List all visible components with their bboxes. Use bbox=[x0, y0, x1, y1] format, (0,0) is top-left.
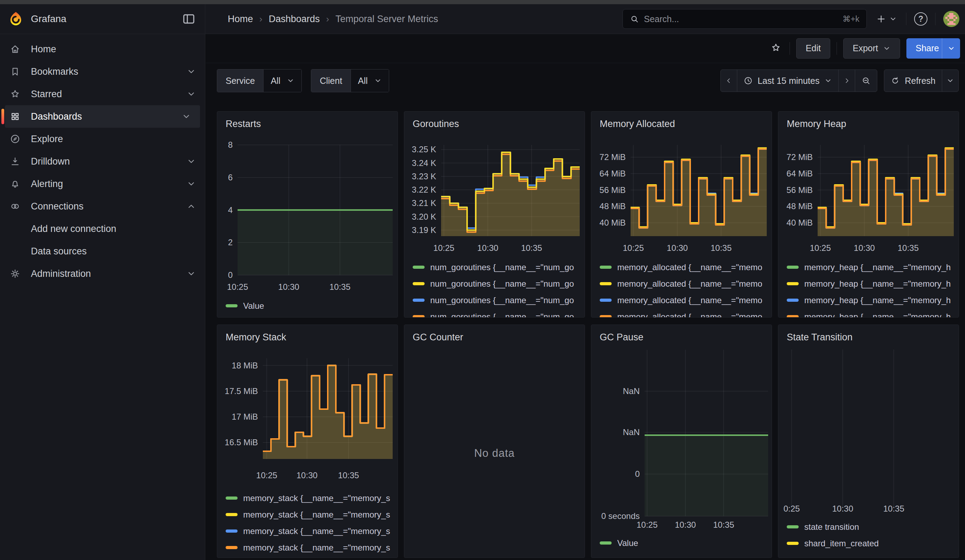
window-chrome-strip bbox=[0, 0, 965, 4]
legend: memory_allocated {__name__="memomemory_a… bbox=[600, 259, 769, 318]
legend-item[interactable]: memory_stack {__name__="memory_s bbox=[226, 490, 395, 506]
sidebar-nav: HomeBookmarksStarredDashboardsExploreDri… bbox=[0, 34, 205, 560]
svg-text:10:35: 10:35 bbox=[713, 520, 734, 529]
sidebar-toggle-icon[interactable] bbox=[182, 12, 196, 26]
legend-item[interactable]: num_goroutines {__name__="num_go bbox=[413, 259, 582, 276]
sidebar-item-home[interactable]: Home bbox=[0, 38, 205, 60]
legend-item[interactable]: num_goroutines {__name__="num_go bbox=[413, 309, 582, 318]
svg-text:72 MiB: 72 MiB bbox=[599, 152, 626, 162]
client-variable-value[interactable]: All bbox=[350, 70, 389, 92]
chevron-down-icon bbox=[883, 44, 891, 52]
panel-goroutines[interactable]: 3.25 K3.24 K3.23 K3.22 K3.21 K3.20 K3.19… bbox=[404, 111, 585, 318]
sidebar-item-label: Starred bbox=[31, 89, 187, 100]
time-shift-back-button[interactable] bbox=[720, 70, 737, 92]
sidebar-item-bookmarks[interactable]: Bookmarks bbox=[0, 60, 205, 83]
sidebar-item-label: Dashboards bbox=[31, 111, 182, 122]
legend: Value bbox=[600, 535, 769, 551]
legend-label: shard_item_created bbox=[804, 539, 879, 549]
client-variable-label: Client bbox=[311, 70, 350, 92]
legend-item[interactable]: memory_heap {__name__="memory_h bbox=[787, 259, 956, 276]
legend-item[interactable]: num_goroutines {__name__="num_go bbox=[413, 276, 582, 292]
panel-gc-counter[interactable]: GC Counter No data bbox=[404, 325, 585, 558]
sidebar-item-alerting[interactable]: Alerting bbox=[0, 173, 205, 195]
svg-text:0: 0 bbox=[228, 270, 233, 280]
legend-item[interactable]: memory_stack {__name__="memory_s bbox=[226, 506, 395, 523]
search-input[interactable]: Search... ⌘+k bbox=[623, 9, 867, 29]
panel-memory-heap[interactable]: 72 MiB64 MiB56 MiB48 MiB40 MiB10:2510:30… bbox=[778, 111, 959, 318]
svg-text:0 seconds: 0 seconds bbox=[602, 511, 640, 521]
time-picker-group: Last 15 minutes bbox=[721, 70, 878, 92]
refresh-interval-button[interactable] bbox=[942, 70, 959, 92]
sidebar-item-connections[interactable]: Connections bbox=[0, 195, 205, 217]
legend: memory_heap {__name__="memory_hmemory_he… bbox=[787, 259, 956, 318]
bell-icon bbox=[10, 179, 20, 189]
gear-icon bbox=[10, 268, 20, 279]
legend-label: memory_heap {__name__="memory_h bbox=[804, 263, 950, 272]
breadcrumb: Home › Dashboards › Temporal Server Metr… bbox=[205, 4, 623, 34]
svg-text:40 MiB: 40 MiB bbox=[599, 218, 626, 227]
export-button[interactable]: Export bbox=[843, 38, 900, 59]
share-dropdown-button[interactable] bbox=[942, 38, 960, 59]
panel-memory-stack[interactable]: 18 MiB17.5 MiB17 MiB16.5 MiB10:2510:3010… bbox=[217, 325, 398, 558]
legend-item[interactable]: memory_allocated {__name__="memo bbox=[600, 259, 769, 276]
service-variable[interactable]: Service All bbox=[217, 69, 302, 92]
client-variable[interactable]: Client All bbox=[311, 69, 389, 92]
grafana-logo-icon[interactable] bbox=[8, 11, 24, 27]
breadcrumb-dashboards[interactable]: Dashboards bbox=[269, 14, 320, 24]
sidebar-item-add-new-connection[interactable]: Add new connection bbox=[0, 217, 205, 240]
legend-item[interactable]: memory_heap {__name__="memory_h bbox=[787, 276, 956, 292]
svg-text:72 MiB: 72 MiB bbox=[787, 152, 813, 162]
sidebar-item-starred[interactable]: Starred bbox=[0, 83, 205, 105]
svg-text:3.22 K: 3.22 K bbox=[412, 185, 436, 194]
legend-swatch bbox=[226, 304, 237, 307]
zoom-out-button[interactable] bbox=[855, 70, 877, 92]
legend-item[interactable]: memory_allocated {__name__="memo bbox=[600, 276, 769, 292]
svg-text:2: 2 bbox=[228, 238, 233, 247]
time-shift-forward-button[interactable] bbox=[838, 70, 855, 92]
breadcrumb-home[interactable]: Home bbox=[228, 14, 253, 24]
refresh-button[interactable]: Refresh bbox=[884, 70, 942, 92]
sidebar-item-label: Drilldown bbox=[31, 156, 187, 167]
legend-item[interactable]: memory_allocated {__name__="memo bbox=[600, 309, 769, 318]
legend-item[interactable]: Value bbox=[226, 297, 395, 314]
divider bbox=[935, 13, 936, 25]
legend-item[interactable]: shard_item_created bbox=[787, 535, 956, 552]
time-range-button[interactable]: Last 15 minutes bbox=[737, 70, 839, 92]
legend-item[interactable]: num_goroutines {__name__="num_go bbox=[413, 292, 582, 309]
panel-memory-allocated[interactable]: 72 MiB64 MiB56 MiB48 MiB40 MiB10:2510:30… bbox=[591, 111, 772, 318]
favorite-star-button[interactable] bbox=[769, 42, 783, 54]
sidebar-item-administration[interactable]: Administration bbox=[0, 263, 205, 285]
legend-item[interactable]: memory_heap {__name__="memory_h bbox=[787, 309, 956, 318]
legend-item[interactable]: state transition bbox=[787, 519, 956, 535]
sidebar-item-dashboards[interactable]: Dashboards bbox=[5, 105, 200, 128]
legend-item[interactable]: memory_stack {__name__="memory_s bbox=[226, 539, 395, 556]
svg-text:6: 6 bbox=[228, 173, 233, 182]
panel-gc-pause[interactable]: NaNNaN00 seconds10:2510:3010:35 GC Pause… bbox=[591, 325, 772, 558]
sidebar-item-explore[interactable]: Explore bbox=[0, 128, 205, 150]
legend-item[interactable]: Value bbox=[600, 535, 769, 551]
legend-label: num_goroutines {__name__="num_go bbox=[430, 312, 574, 318]
avatar[interactable] bbox=[943, 11, 959, 27]
search-shortcut: ⌘+k bbox=[842, 15, 859, 24]
svg-text:10:25: 10:25 bbox=[256, 470, 277, 480]
variables-and-time-row: Service All Client All Last 15 minutes bbox=[206, 69, 965, 93]
sidebar-item-drilldown[interactable]: Drilldown bbox=[0, 150, 205, 173]
sidebar-item-data-sources[interactable]: Data sources bbox=[0, 240, 205, 263]
legend-item[interactable]: memory_heap {__name__="memory_h bbox=[787, 292, 956, 309]
legend-item[interactable]: memory_stack {__name__="memory_s bbox=[226, 523, 395, 539]
legend-item[interactable]: memory_allocated {__name__="memo bbox=[600, 292, 769, 309]
search-icon bbox=[630, 15, 639, 23]
divider bbox=[790, 42, 790, 55]
edit-button[interactable]: Edit bbox=[796, 38, 830, 59]
service-variable-value[interactable]: All bbox=[263, 70, 301, 92]
legend-swatch bbox=[226, 529, 237, 533]
chevron-down-icon bbox=[187, 67, 196, 76]
svg-text:48 MiB: 48 MiB bbox=[599, 201, 626, 211]
search-placeholder: Search... bbox=[644, 14, 837, 24]
legend-swatch bbox=[413, 299, 425, 302]
panel-restarts[interactable]: 8642010:2510:3010:35 Restarts Value bbox=[217, 111, 398, 318]
add-button[interactable] bbox=[875, 12, 898, 26]
legend-label: num_goroutines {__name__="num_go bbox=[430, 296, 574, 305]
help-button[interactable]: ? bbox=[914, 12, 927, 26]
panel-state-transition[interactable]: 0:2510:3010:35 State Transition state tr… bbox=[778, 325, 959, 558]
